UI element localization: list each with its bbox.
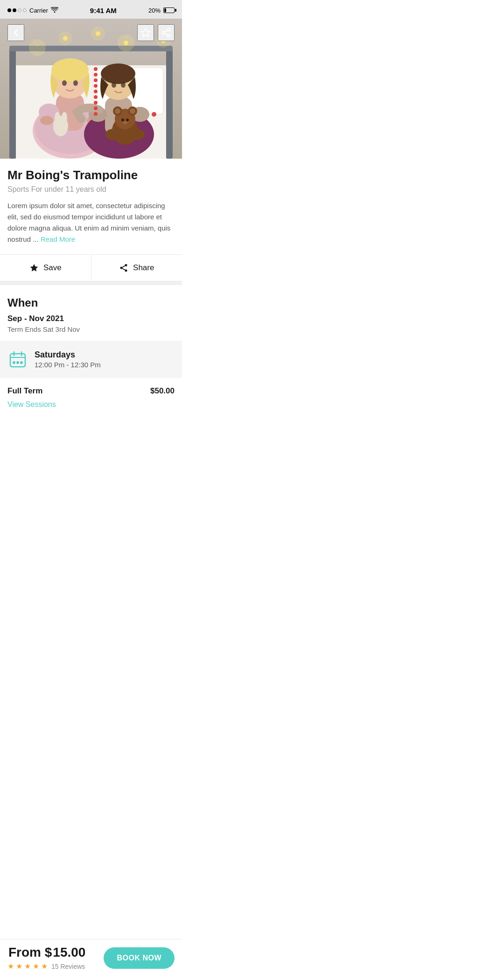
view-sessions-link[interactable]: View Sessions — [7, 400, 56, 409]
signal-dot-4 — [23, 8, 27, 12]
svg-point-54 — [130, 108, 135, 114]
svg-point-75 — [162, 31, 165, 34]
save-label: Save — [43, 263, 62, 273]
read-more-link[interactable]: Read More — [41, 235, 75, 243]
listing-description: Lorem ipsum dolor sit amet, consectetur … — [7, 200, 175, 245]
svg-point-76 — [168, 35, 170, 37]
status-bar: Carrier 9:41 AM 20% — [0, 0, 182, 19]
schedule-time: 12:00 Pm - 12:30 Pm — [35, 361, 175, 369]
signal-dot-3 — [18, 8, 21, 12]
svg-point-34 — [69, 60, 85, 71]
svg-point-74 — [168, 28, 170, 31]
bottom-spacer — [0, 418, 182, 465]
listing-subtitle: Sports For under 11 years old — [7, 185, 175, 194]
calendar-icon — [7, 349, 28, 370]
svg-point-71 — [94, 101, 98, 105]
full-term-label: Full Term — [7, 386, 42, 396]
svg-point-78 — [120, 267, 123, 269]
svg-point-46 — [101, 63, 135, 84]
svg-point-48 — [121, 82, 126, 88]
svg-point-35 — [62, 80, 67, 86]
svg-point-29 — [40, 116, 53, 125]
svg-point-38 — [55, 112, 60, 123]
svg-point-56 — [126, 119, 129, 121]
signal-dot-2 — [13, 8, 16, 12]
svg-point-36 — [73, 80, 78, 86]
when-section: When Sep - Nov 2021 Term Ends Sat 3rd No… — [0, 285, 182, 341]
svg-point-86 — [20, 361, 23, 364]
status-left: Carrier — [7, 7, 58, 14]
status-right: 20% — [148, 7, 175, 14]
section-divider — [0, 281, 182, 285]
save-button[interactable]: Save — [0, 255, 91, 281]
svg-rect-13 — [166, 47, 173, 159]
wifi-icon — [51, 7, 58, 14]
action-bar: Save Share — [0, 254, 182, 281]
schedule-day: Saturdays — [35, 350, 175, 360]
schedule-card: Saturdays 12:00 Pm - 12:30 Pm — [0, 341, 182, 378]
signal-dots — [7, 8, 27, 12]
svg-point-66 — [94, 73, 98, 77]
date-range: Sep - Nov 2021 — [7, 314, 175, 323]
svg-point-58 — [105, 129, 120, 140]
svg-point-23 — [152, 112, 156, 117]
svg-point-65 — [94, 67, 98, 71]
hero-nav — [0, 19, 182, 47]
listing-title: Mr Boing's Trampoline — [7, 168, 175, 182]
svg-point-47 — [112, 82, 116, 88]
svg-point-85 — [13, 361, 15, 364]
signal-dot-1 — [7, 8, 11, 12]
svg-point-70 — [94, 95, 98, 99]
svg-point-55 — [121, 119, 124, 121]
carrier-label: Carrier — [29, 7, 48, 14]
svg-point-72 — [94, 106, 98, 110]
svg-point-69 — [94, 90, 98, 93]
svg-point-73 — [94, 112, 98, 116]
share-button-hero[interactable] — [158, 24, 175, 41]
pricing-row: Full Term $50.00 — [7, 386, 175, 396]
full-term-price: $50.00 — [150, 386, 175, 396]
svg-point-59 — [130, 129, 145, 140]
hero-image — [0, 19, 182, 159]
svg-rect-80 — [10, 354, 25, 367]
schedule-info: Saturdays 12:00 Pm - 12:30 Pm — [35, 350, 175, 369]
share-label: Share — [133, 263, 154, 273]
svg-point-79 — [125, 270, 127, 272]
svg-point-84 — [16, 361, 19, 364]
battery-percent: 20% — [148, 7, 161, 14]
when-title: When — [7, 296, 175, 309]
svg-point-39 — [62, 112, 67, 123]
term-ends: Term Ends Sat 3rd Nov — [7, 325, 175, 333]
status-time: 9:41 AM — [90, 7, 117, 14]
content-area: Mr Boing's Trampoline Sports For under 1… — [0, 159, 182, 245]
battery-icon — [163, 7, 175, 13]
share-action-button[interactable]: Share — [91, 255, 182, 281]
svg-point-57 — [123, 121, 127, 124]
svg-point-68 — [94, 84, 98, 88]
hero-nav-right — [137, 24, 175, 41]
back-button[interactable] — [7, 24, 24, 41]
favorite-button[interactable] — [137, 24, 154, 41]
svg-rect-12 — [9, 47, 16, 159]
svg-point-67 — [94, 78, 98, 82]
svg-point-53 — [115, 108, 120, 114]
svg-point-77 — [125, 264, 127, 266]
pricing-section: Full Term $50.00 View Sessions — [0, 378, 182, 418]
